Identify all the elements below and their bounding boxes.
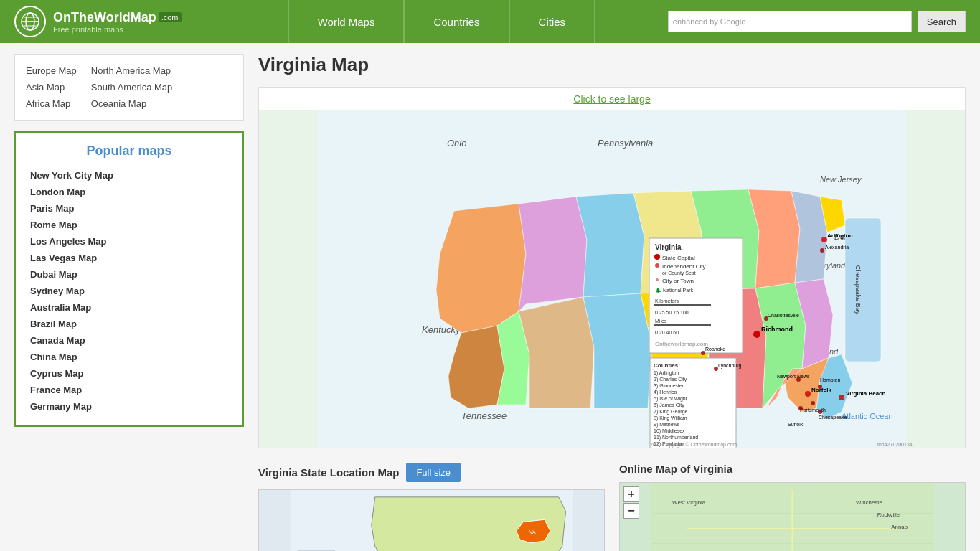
- svg-marker-19: [519, 197, 587, 311]
- popular-china-map[interactable]: China Map: [30, 349, 228, 365]
- svg-rect-53: [654, 324, 711, 326]
- svg-text:2) Charles City: 2) Charles City: [654, 377, 687, 382]
- popular-los-angeles-map[interactable]: Los Angeles Map: [30, 233, 228, 250]
- svg-text:Roanoke: Roanoke: [705, 347, 725, 352]
- svg-point-90: [811, 401, 815, 405]
- bottom-section: Virginia State Location Map Full size Al…: [258, 463, 966, 551]
- svg-text:Virginia Beach: Virginia Beach: [846, 390, 886, 397]
- svg-text:1) Arlington: 1) Arlington: [654, 370, 679, 376]
- nav-oceania-map[interactable]: Oceania Map: [91, 98, 172, 109]
- nav-col-2: North America Map South America Map Ocea…: [91, 65, 172, 109]
- search-area: enhanced by Google Search: [668, 11, 966, 32]
- popular-las-vegas-map[interactable]: Las Vegas Map: [30, 250, 228, 266]
- svg-text:Wincheste: Wincheste: [856, 499, 882, 506]
- svg-text:Chesapeake Bay: Chesapeake Bay: [854, 265, 862, 315]
- svg-text:0   25  50  75  100: 0 25 50 75 100: [655, 310, 689, 315]
- svg-text:0  20  40  60: 0 20 40 60: [655, 330, 679, 335]
- svg-text:Tennessee: Tennessee: [461, 410, 507, 421]
- popular-france-map[interactable]: France Map: [30, 382, 228, 398]
- svg-text:11) Northumberland: 11) Northumberland: [654, 435, 698, 441]
- search-input[interactable]: [748, 17, 906, 27]
- svg-text:Miles: Miles: [655, 319, 667, 324]
- sidebar: Europe Map Asia Map Africa Map North Ame…: [14, 54, 244, 551]
- svg-text:8) King William: 8) King William: [654, 415, 687, 421]
- svg-text:🌲 National Park: 🌲 National Park: [655, 287, 693, 293]
- nav-box-inner: Europe Map Asia Map Africa Map North Ame…: [26, 65, 232, 109]
- popular-new-york-city-map[interactable]: New York City Map: [30, 167, 228, 184]
- nav-box: Europe Map Asia Map Africa Map North Ame…: [14, 54, 244, 121]
- svg-text:Atlantic Ocean: Atlantic Ocean: [842, 412, 893, 420]
- svg-text:Pennsylvania: Pennsylvania: [598, 138, 653, 149]
- logo-dot-com: .com: [159, 12, 182, 22]
- svg-text:Ohio: Ohio: [447, 138, 466, 149]
- svg-point-46: [656, 278, 659, 281]
- nav-countries[interactable]: Countries: [404, 0, 509, 43]
- svg-text:VA: VA: [529, 529, 536, 534]
- online-map-card: Online Map of Virginia: [619, 463, 966, 551]
- svg-text:7) King George: 7) King George: [654, 409, 688, 415]
- click-to-see-large-link[interactable]: Click to see large: [259, 88, 965, 110]
- svg-text:2020 Copyright © Ontheworldmap: 2020 Copyright © Ontheworldmap.com: [650, 442, 737, 448]
- search-button[interactable]: Search: [918, 11, 966, 32]
- zoom-in-button[interactable]: +: [623, 486, 639, 502]
- popular-canada-map[interactable]: Canada Map: [30, 332, 228, 349]
- popular-sydney-map[interactable]: Sydney Map: [30, 283, 228, 299]
- nav-col-1: Europe Map Asia Map Africa Map: [26, 65, 77, 109]
- svg-point-70: [753, 331, 760, 338]
- svg-point-88: [818, 385, 822, 389]
- map-image-area[interactable]: Ohio Pennsylvania New Jersey Maryland Ma…: [259, 110, 965, 448]
- svg-marker-27: [519, 297, 594, 408]
- svg-point-72: [805, 391, 811, 397]
- svg-rect-36: [845, 218, 881, 362]
- header: OnTheWorldMap .com Free printable maps W…: [0, 0, 980, 43]
- online-map-thumbnail[interactable]: West Virginia Wincheste Rockville Annap …: [619, 482, 966, 551]
- svg-text:4) Henrico: 4) Henrico: [654, 390, 677, 395]
- nav-cities[interactable]: Cities: [509, 0, 595, 43]
- popular-germany-map[interactable]: Germany Map: [30, 398, 228, 415]
- svg-text:Newport News: Newport News: [777, 374, 810, 380]
- nav-africa-map[interactable]: Africa Map: [26, 98, 77, 109]
- svg-text:Suffolk: Suffolk: [788, 422, 804, 427]
- popular-cyprus-map[interactable]: Cyprus Map: [30, 365, 228, 382]
- location-map-card: Virginia State Location Map Full size Al…: [258, 463, 605, 551]
- svg-point-74: [839, 395, 844, 400]
- search-box-wrapper: enhanced by Google: [668, 11, 912, 32]
- svg-text:Charlottesville: Charlottesville: [768, 313, 799, 318]
- enhanced-by-google-label: enhanced by Google: [673, 17, 746, 26]
- svg-text:10) Middlesex: 10) Middlesex: [654, 428, 685, 434]
- logo-subtitle: Free printable maps: [53, 25, 182, 34]
- svg-text:Ontheworldmap.com: Ontheworldmap.com: [655, 341, 708, 347]
- svg-text:3) Gloucester: 3) Gloucester: [654, 383, 684, 389]
- svg-text:or County Seat: or County Seat: [662, 270, 696, 276]
- location-map-thumbnail[interactable]: Alaska VA: [258, 489, 605, 551]
- popular-rome-map[interactable]: Rome Map: [30, 217, 228, 233]
- svg-text:City or Town: City or Town: [662, 278, 694, 284]
- nav-europe-map[interactable]: Europe Map: [26, 65, 77, 76]
- svg-text:9) Mathews: 9) Mathews: [654, 422, 680, 428]
- nav-north-america-map[interactable]: North America Map: [91, 65, 172, 76]
- full-size-button[interactable]: Full size: [406, 463, 461, 482]
- location-map-title: Virginia State Location Map: [258, 466, 399, 479]
- svg-text:Rockville: Rockville: [877, 512, 900, 518]
- popular-paris-map[interactable]: Paris Map: [30, 200, 228, 217]
- nav-south-america-map[interactable]: South America Map: [91, 82, 172, 93]
- zoom-out-button[interactable]: −: [623, 503, 639, 519]
- svg-point-78: [820, 248, 824, 253]
- popular-australia-map[interactable]: Australia Map: [30, 299, 228, 316]
- svg-text:Independent City: Independent City: [662, 263, 706, 270]
- nav-world-maps[interactable]: World Maps: [288, 0, 405, 43]
- nav-asia-map[interactable]: Asia Map: [26, 82, 77, 93]
- main-content: Virginia Map Click to see large Ohio Pen…: [258, 54, 966, 551]
- svg-text:Alexandria: Alexandria: [825, 245, 849, 250]
- svg-text:Virginia: Virginia: [655, 243, 682, 251]
- svg-text:Annap: Annap: [891, 524, 908, 530]
- svg-point-76: [821, 237, 827, 242]
- svg-point-43: [655, 263, 659, 268]
- content-wrapper: Europe Map Asia Map Africa Map North Ame…: [0, 43, 980, 551]
- popular-london-map[interactable]: London Map: [30, 184, 228, 200]
- page-title: Virginia Map: [258, 54, 966, 76]
- svg-text:State Capital: State Capital: [662, 255, 695, 261]
- popular-brazil-map[interactable]: Brazil Map: [30, 316, 228, 332]
- svg-text:6) James City: 6) James City: [654, 402, 684, 408]
- popular-dubai-map[interactable]: Dubai Map: [30, 266, 228, 283]
